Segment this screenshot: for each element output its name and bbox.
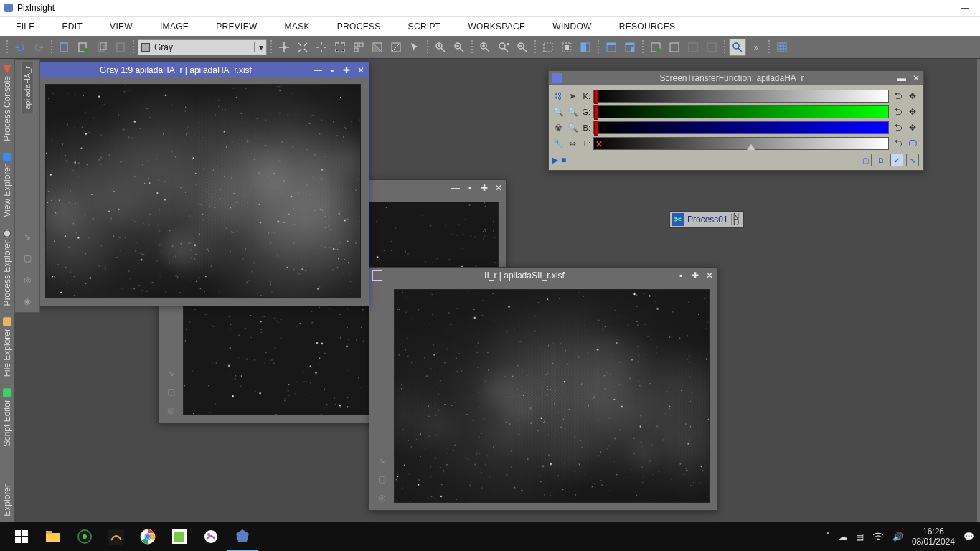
- stf-handle[interactable]: [747, 144, 755, 150]
- shade-icon[interactable]: ▪: [677, 270, 685, 281]
- window-b-button[interactable]: [621, 39, 639, 56]
- center-tool-button[interactable]: [313, 39, 330, 56]
- maximize-icon[interactable]: ✚: [691, 270, 699, 281]
- maximize-icon[interactable]: ✚: [342, 65, 351, 75]
- stf-handle[interactable]: [594, 90, 598, 104]
- half2-tool-button[interactable]: [387, 39, 405, 56]
- image-window-titlebar[interactable]: Gray 1:9 apiladaHA_r | apiladaHA_r.xisf …: [21, 62, 368, 78]
- expand-tool-button[interactable]: [331, 39, 349, 56]
- window-a-button[interactable]: [603, 39, 620, 56]
- dock-process-explorer[interactable]: Process Explorer: [1, 223, 14, 311]
- menu-script[interactable]: SCRIPT: [408, 22, 441, 32]
- tray-wifi-icon[interactable]: [872, 532, 884, 541]
- arrow-icon[interactable]: ↘: [378, 456, 385, 466]
- save-image-button[interactable]: [75, 39, 92, 56]
- tray-volume-icon[interactable]: 🔊: [892, 532, 903, 542]
- dock-view-explorer[interactable]: View Explorer: [1, 147, 14, 223]
- monitor-icon[interactable]: 🖵: [906, 137, 919, 150]
- select-rect3-button[interactable]: [577, 39, 594, 56]
- copy-button[interactable]: [93, 39, 110, 56]
- reset-icon[interactable]: ⮌: [892, 137, 905, 150]
- stf-handle[interactable]: [594, 121, 598, 136]
- fit-tool-button[interactable]: [294, 39, 311, 56]
- zoom-in-preview-button[interactable]: [476, 39, 494, 56]
- image-window-ha[interactable]: Gray 1:9 apiladaHA_r | apiladaHA_r.xisf …: [20, 62, 369, 306]
- frame-icon[interactable]: ▢: [167, 387, 175, 397]
- resize-icon[interactable]: ⇔: [566, 137, 579, 150]
- window-minimize-button[interactable]: —: [954, 3, 976, 13]
- undo-button[interactable]: [11, 39, 29, 56]
- explorer-taskbar-button[interactable]: [37, 522, 69, 551]
- wrench-icon[interactable]: 🔧: [552, 137, 565, 150]
- zoom-fit-button[interactable]: [495, 39, 512, 56]
- stf-track-k[interactable]: [593, 90, 889, 103]
- half-tool-button[interactable]: [369, 39, 386, 56]
- reset-icon[interactable]: ⮌: [892, 121, 905, 134]
- zoom-out-icon[interactable]: 🔍: [566, 121, 579, 134]
- select-rect2-button[interactable]: [558, 39, 575, 56]
- menu-image[interactable]: IMAGE: [160, 22, 189, 32]
- process-icon[interactable]: ✂ Process01 ND: [669, 211, 744, 228]
- window-e-button[interactable]: [684, 39, 702, 56]
- menu-edit[interactable]: EDIT: [62, 22, 83, 32]
- menu-mask[interactable]: MASK: [285, 22, 310, 32]
- maximize-icon[interactable]: ✚: [480, 183, 489, 193]
- arrange-tool-button[interactable]: [350, 39, 367, 56]
- pan-tool-button[interactable]: [275, 39, 293, 56]
- reset-button[interactable]: ⤡: [906, 154, 919, 166]
- stf-titlebar[interactable]: ScreenTransferFunction: apiladaHA_r ▬✕: [549, 71, 923, 85]
- image-canvas[interactable]: [394, 289, 710, 503]
- image-canvas[interactable]: [45, 84, 361, 298]
- paste-button[interactable]: [112, 39, 129, 56]
- menu-window[interactable]: WINDOW: [552, 22, 591, 32]
- menu-resources[interactable]: RESOURCES: [619, 22, 676, 32]
- reset-icon[interactable]: ⮌: [892, 105, 905, 118]
- app-taskbar-button-1[interactable]: [69, 522, 100, 551]
- redo-button[interactable]: [30, 39, 47, 56]
- app-taskbar-button-4[interactable]: [195, 522, 227, 551]
- new-instance-button[interactable]: ▢: [859, 154, 872, 166]
- minimize-icon[interactable]: —: [451, 183, 460, 193]
- close-icon[interactable]: ✕: [494, 183, 503, 193]
- chrome-taskbar-button[interactable]: [132, 522, 164, 551]
- nuclear-icon[interactable]: ☢: [552, 121, 565, 134]
- window-d-button[interactable]: [666, 39, 683, 56]
- frame-icon[interactable]: ▢: [21, 252, 34, 265]
- reset-icon[interactable]: ⮌: [892, 90, 905, 103]
- dock-file-explorer[interactable]: File Explorer: [1, 311, 14, 382]
- tray-notifications-icon[interactable]: 💬: [963, 532, 974, 542]
- link-icon[interactable]: ⛓: [552, 90, 565, 103]
- target-icon[interactable]: ◎: [167, 405, 174, 415]
- track-view-button[interactable]: ✔: [890, 154, 903, 166]
- close-icon[interactable]: ✕: [357, 65, 365, 75]
- image-window-titlebar[interactable]: II_r | apiladaSII_r.xisf —▪✚✕: [369, 268, 717, 283]
- close-icon[interactable]: ✕: [912, 73, 920, 83]
- zoom-in-icon[interactable]: 🔍: [552, 105, 565, 118]
- stop-icon[interactable]: ■: [561, 155, 566, 165]
- app-taskbar-button-2[interactable]: [100, 522, 132, 551]
- image-window-sii[interactable]: II_r | apiladaSII_r.xisf —▪✚✕ ↘ ▢ ◎: [369, 267, 717, 511]
- dock-script-editor[interactable]: Script Editor: [1, 382, 14, 452]
- stf-track-b[interactable]: [593, 121, 889, 134]
- doc-button[interactable]: 🗋: [875, 154, 887, 166]
- probe-button[interactable]: [729, 39, 746, 56]
- tray-cloud-icon[interactable]: ☁: [839, 532, 847, 542]
- menu-view[interactable]: VIEW: [110, 22, 133, 32]
- menu-workspace[interactable]: WORKSPACE: [468, 22, 525, 32]
- frame-icon[interactable]: ▢: [378, 474, 386, 484]
- menu-preview[interactable]: PREVIEW: [216, 22, 257, 32]
- new-image-button[interactable]: [56, 39, 73, 56]
- window-menu-icon[interactable]: [372, 270, 382, 281]
- pointer-icon[interactable]: ➤: [566, 90, 579, 103]
- window-f-button[interactable]: [703, 39, 720, 56]
- pixinsight-taskbar-button[interactable]: [227, 522, 258, 551]
- menu-process[interactable]: PROCESS: [337, 22, 381, 32]
- start-button[interactable]: [6, 522, 37, 551]
- settings-icon[interactable]: ✥: [906, 105, 919, 118]
- minimize-icon[interactable]: —: [314, 65, 322, 75]
- menu-file[interactable]: FILE: [16, 22, 35, 32]
- app-taskbar-button-3[interactable]: [164, 522, 195, 551]
- arrow-icon[interactable]: ↘: [167, 368, 174, 378]
- more-tools-button[interactable]: »: [748, 39, 765, 56]
- settings-icon[interactable]: ✥: [906, 121, 919, 134]
